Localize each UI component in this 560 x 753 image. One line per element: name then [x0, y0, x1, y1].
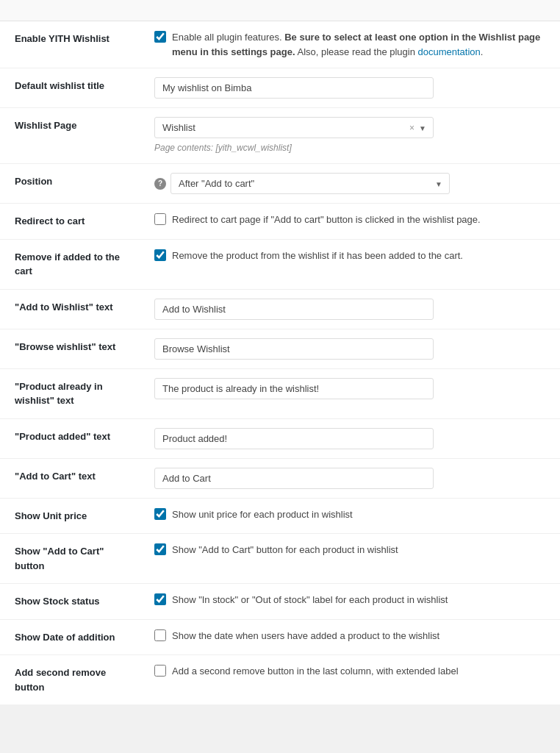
value-show-stock-status: Show "In stock" or "Out of stock" label …	[147, 584, 560, 620]
checkbox-show-add-to-cart-button[interactable]	[154, 543, 166, 555]
help-icon[interactable]: ?	[154, 178, 166, 190]
settings-row-position: Position?After "Add to cart"▼	[0, 164, 560, 204]
checkbox-label-show-add-to-cart-button: Show "Add to Cart" button for each produ…	[172, 543, 398, 557]
checkbox-show-stock-status[interactable]	[154, 593, 166, 605]
settings-row-show-add-to-cart-button: Show "Add to Cart" buttonShow "Add to Ca…	[0, 534, 560, 584]
value-show-add-to-cart-button: Show "Add to Cart" button for each produ…	[147, 534, 560, 584]
value-position: ?After "Add to cart"▼	[147, 164, 560, 204]
value-wishlist-page: Wishlist×▼Page contents: [yith_wcwl_wish…	[147, 108, 560, 164]
checkbox-label-add-second-remove-button: Add a second remove button in the last c…	[172, 664, 459, 679]
value-show-date-of-addition: Show the date when users have added a pr…	[147, 619, 560, 655]
label-add-second-remove-button: Add second remove button	[0, 655, 147, 705]
label-show-stock-status: Show Stock status	[0, 584, 147, 620]
select-wrapper-position: After "Add to cart"▼	[170, 173, 450, 194]
select-position[interactable]: After "Add to cart"	[170, 173, 450, 194]
section-title	[0, 0, 560, 21]
settings-row-add-second-remove-button: Add second remove buttonAdd a second rem…	[0, 655, 560, 705]
value-add-second-remove-button: Add a second remove button in the last c…	[147, 655, 560, 705]
settings-row-add-to-wishlist-text: "Add to Wishlist" text	[0, 289, 560, 329]
checkbox-label-redirect-to-cart: Redirect to cart page if "Add to cart" b…	[172, 213, 481, 227]
label-wishlist-page: Wishlist Page	[0, 108, 147, 164]
value-add-to-wishlist-text	[147, 289, 560, 329]
value-enable-yith-wishlist: Enable all plugin features. Be sure to s…	[147, 21, 560, 68]
settings-row-remove-if-added: Remove if added to the cartRemove the pr…	[0, 239, 560, 289]
label-remove-if-added: Remove if added to the cart	[0, 239, 147, 289]
label-default-wishlist-title: Default wishlist title	[0, 68, 147, 108]
label-position: Position	[0, 164, 147, 204]
value-product-added-text	[147, 418, 560, 458]
value-default-wishlist-title	[147, 68, 560, 108]
value-show-unit-price: Show unit price for each product in wish…	[147, 498, 560, 534]
checkbox-show-date-of-addition[interactable]	[154, 629, 166, 641]
input-product-already-text[interactable]	[154, 378, 434, 399]
checkbox-row-enable-yith-wishlist: Enable all plugin features. Be sure to s…	[154, 30, 545, 59]
input-add-to-cart-text[interactable]	[154, 468, 434, 489]
settings-row-enable-yith-wishlist: Enable YITH WishlistEnable all plugin fe…	[0, 21, 560, 68]
input-add-to-wishlist-text[interactable]	[154, 299, 434, 320]
text-before: Enable all plugin features.	[172, 32, 284, 43]
checkbox-label-enable-yith-wishlist: Enable all plugin features. Be sure to s…	[172, 30, 545, 59]
checkbox-remove-if-added[interactable]	[154, 249, 166, 261]
checkbox-label-remove-if-added: Remove the product from the wishlist if …	[172, 249, 463, 263]
label-enable-yith-wishlist: Enable YITH Wishlist	[0, 21, 147, 68]
checkbox-show-unit-price[interactable]	[154, 508, 166, 520]
value-remove-if-added: Remove the product from the wishlist if …	[147, 239, 560, 289]
label-redirect-to-cart: Redirect to cart	[0, 204, 147, 240]
select-wrapper-wishlist-page: Wishlist×▼	[154, 117, 434, 138]
settings-row-product-already-text: "Product already in wishlist" text	[0, 368, 560, 418]
settings-row-redirect-to-cart: Redirect to cartRedirect to cart page if…	[0, 204, 560, 240]
label-browse-wishlist-text: "Browse wishlist" text	[0, 329, 147, 368]
input-product-added-text[interactable]	[154, 428, 434, 449]
checkbox-row-redirect-to-cart: Redirect to cart page if "Add to cart" b…	[154, 213, 545, 227]
value-redirect-to-cart: Redirect to cart page if "Add to cart" b…	[147, 204, 560, 240]
select-wishlist-page[interactable]: Wishlist	[154, 117, 434, 138]
checkbox-label-show-date-of-addition: Show the date when users have added a pr…	[172, 629, 439, 643]
value-product-already-text	[147, 368, 560, 418]
position-row: ?After "Add to cart"▼	[154, 173, 545, 194]
settings-row-show-unit-price: Show Unit priceShow unit price for each …	[0, 498, 560, 534]
checkbox-label-show-unit-price: Show unit price for each product in wish…	[172, 507, 353, 522]
label-add-to-cart-text: "Add to Cart" text	[0, 458, 147, 498]
checkbox-label-show-stock-status: Show "In stock" or "Out of stock" label …	[172, 593, 448, 607]
checkbox-row-show-unit-price: Show unit price for each product in wish…	[154, 507, 545, 522]
input-default-wishlist-title[interactable]	[154, 77, 434, 99]
settings-row-show-date-of-addition: Show Date of additionShow the date when …	[0, 619, 560, 655]
checkbox-enable-yith-wishlist[interactable]	[154, 31, 166, 43]
label-add-to-wishlist-text: "Add to Wishlist" text	[0, 289, 147, 329]
documentation-link[interactable]: documentation	[418, 46, 481, 57]
input-browse-wishlist-text[interactable]	[154, 338, 434, 360]
checkbox-row-show-add-to-cart-button: Show "Add to Cart" button for each produ…	[154, 543, 545, 557]
checkbox-row-show-date-of-addition: Show the date when users have added a pr…	[154, 629, 545, 643]
settings-row-product-added-text: "Product added" text	[0, 418, 560, 458]
label-product-already-text: "Product already in wishlist" text	[0, 368, 147, 418]
label-show-unit-price: Show Unit price	[0, 498, 147, 534]
value-add-to-cart-text	[147, 458, 560, 498]
settings-page: Enable YITH WishlistEnable all plugin fe…	[0, 0, 560, 704]
settings-row-browse-wishlist-text: "Browse wishlist" text	[0, 329, 560, 368]
settings-row-default-wishlist-title: Default wishlist title	[0, 68, 560, 108]
checkbox-row-add-second-remove-button: Add a second remove button in the last c…	[154, 664, 545, 679]
settings-table: Enable YITH WishlistEnable all plugin fe…	[0, 21, 560, 704]
label-product-added-text: "Product added" text	[0, 418, 147, 458]
settings-row-wishlist-page: Wishlist PageWishlist×▼Page contents: [y…	[0, 108, 560, 164]
checkbox-row-remove-if-added: Remove the product from the wishlist if …	[154, 249, 545, 263]
label-show-date-of-addition: Show Date of addition	[0, 619, 147, 655]
settings-row-show-stock-status: Show Stock statusShow "In stock" or "Out…	[0, 584, 560, 620]
label-show-add-to-cart-button: Show "Add to Cart" button	[0, 534, 147, 584]
settings-row-add-to-cart-text: "Add to Cart" text	[0, 458, 560, 498]
checkbox-add-second-remove-button[interactable]	[154, 665, 166, 677]
page-hint-wishlist-page: Page contents: [yith_wcwl_wishlist]	[154, 141, 545, 154]
value-browse-wishlist-text	[147, 329, 560, 368]
checkbox-row-show-stock-status: Show "In stock" or "Out of stock" label …	[154, 593, 545, 607]
checkbox-redirect-to-cart[interactable]	[154, 213, 166, 225]
